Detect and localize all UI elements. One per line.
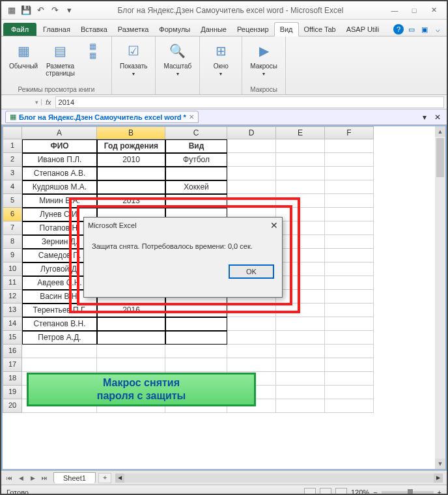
sheet-tab-1[interactable]: Sheet1 xyxy=(53,472,96,483)
cell[interactable]: Степанов В.Н. xyxy=(22,317,97,331)
tab-insert[interactable]: Вставка xyxy=(76,23,113,36)
row-header[interactable]: 6 xyxy=(3,208,22,221)
fx-icon[interactable]: fx xyxy=(42,98,55,106)
sheet-first-icon[interactable]: ⏮ xyxy=(4,473,14,483)
macros-button[interactable]: ▶Макросы▾ xyxy=(249,39,279,78)
cell[interactable] xyxy=(325,331,374,345)
row-header[interactable]: 7 xyxy=(3,221,22,235)
qat-more-icon[interactable]: ▾ xyxy=(63,4,76,17)
tab-dropdown-icon[interactable]: ▾ xyxy=(419,112,430,122)
cell[interactable] xyxy=(165,331,227,345)
zoom-in-icon[interactable]: + xyxy=(438,488,441,496)
zoom-slider[interactable] xyxy=(382,491,434,494)
cell[interactable] xyxy=(227,139,276,153)
cell[interactable] xyxy=(227,358,276,372)
cell[interactable] xyxy=(325,276,374,290)
cell[interactable]: Иванов П.Л. xyxy=(22,153,97,167)
cell[interactable] xyxy=(227,304,276,317)
file-tab[interactable]: Файл xyxy=(3,23,36,36)
row-header[interactable]: 18 xyxy=(3,372,22,386)
views-more-button[interactable]: ▦▦ xyxy=(81,39,105,63)
cell[interactable] xyxy=(227,194,276,208)
cell[interactable]: Кудряшов М.А. xyxy=(22,180,97,194)
cell[interactable] xyxy=(97,345,165,358)
cell[interactable] xyxy=(276,208,325,221)
cell[interactable] xyxy=(325,358,374,372)
row-header[interactable]: 4 xyxy=(3,180,22,194)
horizontal-scrollbar[interactable]: ◀ ▶ xyxy=(115,474,443,483)
cell[interactable] xyxy=(227,345,276,358)
maximize-button[interactable]: □ xyxy=(405,5,423,16)
cell[interactable] xyxy=(325,221,374,235)
cell[interactable] xyxy=(276,153,325,167)
redo-icon[interactable]: ↷ xyxy=(48,4,61,17)
cell[interactable] xyxy=(325,262,374,276)
msgbox-close-icon[interactable]: ✕ xyxy=(270,220,278,231)
cell[interactable] xyxy=(97,331,165,345)
col-header-a[interactable]: A xyxy=(22,126,97,139)
row-header[interactable]: 3 xyxy=(3,167,22,180)
name-box[interactable]: ▾ xyxy=(1,99,42,106)
cell[interactable]: Степанов А.В. xyxy=(22,167,97,180)
cell[interactable] xyxy=(276,358,325,372)
zoom-label[interactable]: 120% xyxy=(351,488,369,496)
cell[interactable] xyxy=(165,167,227,180)
cell[interactable] xyxy=(276,345,325,358)
save-icon[interactable]: 💾 xyxy=(20,4,33,17)
row-header[interactable]: 20 xyxy=(3,399,22,413)
hscroll-left-icon[interactable]: ◀ xyxy=(115,474,124,483)
cell[interactable] xyxy=(325,208,374,221)
tab-close-all-icon[interactable]: ✕ xyxy=(432,112,443,122)
tab-formulas[interactable]: Формулы xyxy=(154,23,195,36)
cell[interactable] xyxy=(276,386,325,399)
col-header-f[interactable]: F xyxy=(325,126,374,139)
tab-officetab[interactable]: Office Tab xyxy=(299,23,341,36)
row-header[interactable]: 16 xyxy=(3,345,22,358)
view-page-icon[interactable] xyxy=(320,488,331,496)
cell[interactable] xyxy=(325,290,374,304)
page-layout-button[interactable]: ▤Разметка страницы xyxy=(44,39,76,78)
cell[interactable] xyxy=(276,194,325,208)
cell[interactable] xyxy=(276,235,325,249)
row-header[interactable]: 19 xyxy=(3,386,22,399)
cell[interactable] xyxy=(325,139,374,153)
cell[interactable] xyxy=(276,290,325,304)
view-break-icon[interactable] xyxy=(335,488,347,496)
hscroll-right-icon[interactable]: ▶ xyxy=(434,474,443,483)
cell[interactable] xyxy=(276,317,325,331)
row-header[interactable]: 9 xyxy=(3,249,22,262)
row-header[interactable]: 13 xyxy=(3,304,22,317)
cell[interactable] xyxy=(165,304,227,317)
ribbon-opt2-icon[interactable]: ▣ xyxy=(419,24,430,35)
cell[interactable] xyxy=(325,399,374,413)
cell[interactable]: Петров А.Д. xyxy=(22,331,97,345)
cell[interactable]: Год рождения xyxy=(97,139,165,153)
tab-data[interactable]: Данные xyxy=(195,23,232,36)
minimize-button[interactable]: — xyxy=(385,5,404,16)
help-icon[interactable]: ? xyxy=(393,24,404,35)
cell[interactable] xyxy=(276,399,325,413)
cell[interactable] xyxy=(276,139,325,153)
cell[interactable]: ФИО xyxy=(22,139,97,153)
scroll-track[interactable] xyxy=(435,178,445,459)
close-tab-icon[interactable]: ✕ xyxy=(189,113,194,120)
row-header[interactable]: 12 xyxy=(3,290,22,304)
cell[interactable] xyxy=(325,194,374,208)
row-header[interactable]: 15 xyxy=(3,331,22,345)
add-sheet-button[interactable]: ✦ xyxy=(98,473,111,483)
cell[interactable] xyxy=(276,276,325,290)
row-header[interactable]: 5 xyxy=(3,194,22,208)
row-header[interactable]: 8 xyxy=(3,235,22,249)
sheet-last-icon[interactable]: ⏭ xyxy=(39,473,49,483)
cell[interactable] xyxy=(97,180,165,194)
undo-icon[interactable]: ↶ xyxy=(34,4,47,17)
cell[interactable] xyxy=(165,194,227,208)
window-button[interactable]: ⊞Окно▾ xyxy=(206,39,235,78)
tab-review[interactable]: Рецензир xyxy=(232,23,274,36)
col-header-c[interactable]: C xyxy=(165,126,227,139)
view-normal-icon[interactable] xyxy=(304,488,316,496)
sheet-prev-icon[interactable]: ◀ xyxy=(16,473,26,483)
ok-button[interactable]: OK xyxy=(229,264,274,279)
zoom-button[interactable]: 🔍Масштаб▾ xyxy=(162,39,193,78)
row-header[interactable]: 17 xyxy=(3,358,22,372)
